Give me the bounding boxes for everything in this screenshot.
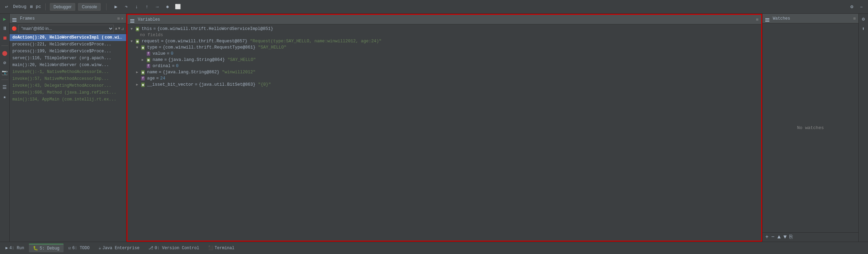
thread-filter-icon[interactable]: ⊿ xyxy=(121,27,124,31)
console-tab[interactable]: Console xyxy=(78,3,101,11)
frames-panel: Frames ⊞ ✕ 🔴 "main"@850 in... ▲ ▼ ⊿ doAc… xyxy=(10,14,126,242)
tab-version-control[interactable]: ⎇ 0: Version Control xyxy=(144,244,203,252)
frame-item[interactable]: invoke():57, NativeMethodAccessorImp... xyxy=(10,75,126,82)
favorites-ctrl[interactable]: ★ xyxy=(1,93,9,100)
todo-tab-icon: ☑ xyxy=(68,245,71,251)
var-icon-value: f xyxy=(145,51,152,56)
debugger-tab[interactable]: Debugger xyxy=(50,3,76,11)
no-watches-label: No watches xyxy=(797,125,824,130)
frame-item[interactable]: process():199, HelloWordService$Proce... xyxy=(10,48,126,55)
var-icon-age: f xyxy=(140,76,146,81)
toggle-isset[interactable]: ► xyxy=(134,83,140,87)
debug-controls: ▶ ⏸ ⏹ ⬤ ⊘ 📷 ☰ ★ xyxy=(0,14,10,242)
settings-icon[interactable]: ⚙ xyxy=(848,3,856,11)
watches-up-btn[interactable]: ▲ xyxy=(777,234,781,240)
variables-title: Variables xyxy=(138,17,160,22)
thread-icon: 🔴 xyxy=(12,26,17,31)
evaluate-icon[interactable]: ✱ xyxy=(164,3,171,11)
frames-header: Frames ⊞ ✕ xyxy=(10,14,126,23)
minimize-icon[interactable]: – xyxy=(858,3,865,11)
right-icon-1[interactable]: ⚙ xyxy=(860,15,867,23)
resume-icon[interactable]: ▶ xyxy=(112,3,120,11)
window-title: Debug xyxy=(13,4,26,9)
var-row-age[interactable]: f age = 24 xyxy=(127,75,761,82)
frame-item[interactable]: main():134, AppMain (com.intellij.rt.ex.… xyxy=(10,96,126,103)
frame-item[interactable]: serve():116, TSimpleServer (org.apach... xyxy=(10,55,126,62)
var-icon-name-sayhello: ▦ xyxy=(145,57,152,62)
var-row-name-winwill[interactable]: ► ▦ name = {java.lang.String@862} "winwi… xyxy=(127,69,761,75)
watches-copy-btn[interactable]: ⎘ xyxy=(789,234,793,240)
watches-down-btn[interactable]: ▼ xyxy=(783,234,787,240)
variables-header: Variables ⊞ xyxy=(127,15,761,24)
stop-ctrl[interactable]: ⏹ xyxy=(1,34,9,42)
step-into-icon[interactable]: ↓ xyxy=(133,3,140,11)
tab-java-enterprise[interactable]: ☕ Java Enterprise xyxy=(94,244,144,252)
frame-item[interactable]: process():221, HelloWordService$Proce... xyxy=(10,41,126,48)
right-sidebar: ⚙ ⬆ xyxy=(858,14,868,242)
toggle-value xyxy=(140,52,145,56)
watches-panel: Watches ⊞ No watches + − ▲ ▼ ⎘ xyxy=(762,14,858,242)
frame-item[interactable]: invoke0():-1, NativeMethodAccessorIm... xyxy=(10,68,126,75)
var-icon-this: ▦ xyxy=(134,27,141,31)
var-row-this[interactable]: ▼ ▦ this = {com.winwill.thrift.HelloWord… xyxy=(127,26,761,32)
watches-body: No watches xyxy=(763,23,858,232)
toggle-type[interactable]: ▼ xyxy=(134,46,140,50)
frames-title: Frames xyxy=(20,16,35,21)
tab-todo[interactable]: ☑ 6: TODO xyxy=(64,244,94,252)
toggle-age xyxy=(134,77,140,81)
thread-up-icon[interactable]: ▲ xyxy=(115,27,118,31)
frames-icon[interactable]: ⬜ xyxy=(174,3,181,11)
var-icon-type: ▦ xyxy=(140,45,146,50)
toggle-this[interactable]: ▼ xyxy=(129,27,134,31)
debug-tab-label: 5: Debug xyxy=(40,246,59,251)
pause-ctrl[interactable]: ⏸ xyxy=(1,25,9,32)
frames-pin-icon[interactable]: ⊞ xyxy=(118,16,120,21)
right-icon-2[interactable]: ⬆ xyxy=(860,25,867,32)
var-row-nofields: no fields xyxy=(127,32,761,38)
step-over-icon[interactable]: ↷ xyxy=(122,3,130,11)
frame-item[interactable]: invoke():43, DelegatingMethodAccessor... xyxy=(10,82,126,89)
resume-ctrl[interactable]: ▶ xyxy=(1,15,9,23)
frames-icon xyxy=(12,15,18,22)
variables-panel: Variables ⊞ ▼ ▦ this = {com.winwill.thri… xyxy=(126,14,762,242)
tab-debug[interactable]: 🐛 5: Debug xyxy=(29,244,64,252)
settings-ctrl[interactable]: ☰ xyxy=(1,83,9,91)
mute-ctrl[interactable]: ⊘ xyxy=(1,59,9,66)
variables-actions: ⊞ xyxy=(756,17,758,22)
watches-icon xyxy=(765,15,771,22)
java-enterprise-icon: ☕ xyxy=(99,245,101,251)
thread-down-icon[interactable]: ▼ xyxy=(118,27,120,31)
watches-footer: + − ▲ ▼ ⎘ xyxy=(763,232,858,242)
screenshot-ctrl[interactable]: 📷 xyxy=(1,68,9,76)
toggle-name-winwill[interactable]: ► xyxy=(134,71,140,74)
frames-close-icon[interactable]: ✕ xyxy=(121,16,123,21)
var-row-type[interactable]: ▼ ▦ type = {com.winwill.thrift.RequestTy… xyxy=(127,44,761,51)
var-icon-isset: ▦ xyxy=(140,82,146,87)
todo-tab-label: 6: TODO xyxy=(72,246,89,251)
var-row-value[interactable]: f value = 0 xyxy=(127,51,761,57)
frame-item[interactable]: doAction():20, HelloWordServiceImpl (com… xyxy=(10,34,126,41)
terminal-icon: ⬛ xyxy=(208,245,213,251)
toggle-request[interactable]: ▼ xyxy=(129,40,134,43)
variables-pin-icon[interactable]: ⊞ xyxy=(756,17,758,22)
tab-terminal[interactable]: ⬛ Terminal xyxy=(204,244,239,252)
watches-remove-btn[interactable]: − xyxy=(771,234,775,240)
run-to-cursor-icon[interactable]: → xyxy=(153,3,161,11)
thread-dropdown[interactable]: "main"@850 in... xyxy=(18,25,114,32)
breakpoints-ctrl[interactable]: ⬤ xyxy=(1,49,9,57)
back-icon[interactable]: ↩ xyxy=(3,3,10,11)
watches-title: Watches xyxy=(773,16,790,21)
var-row-request[interactable]: ▼ ▦ request = {com.winwill.thrift.Reques… xyxy=(127,38,761,44)
frame-item[interactable]: invoke():606, Method (java.lang.reflect.… xyxy=(10,89,126,96)
var-row-isset[interactable]: ► ▦ __isset_bit_vector = {java.util.BitS… xyxy=(127,82,761,88)
step-out-icon[interactable]: ↑ xyxy=(143,3,151,11)
var-row-name-sayhello[interactable]: ► ▦ name = {java.lang.String@864} "SAY_H… xyxy=(127,57,761,63)
tab-run[interactable]: ▶ 4: Run xyxy=(1,244,28,252)
vc-icon: ⎇ xyxy=(148,245,153,251)
watches-expand-icon[interactable]: ⊞ xyxy=(853,16,856,21)
settings-area: ⚙ – xyxy=(848,3,865,11)
watches-add-btn[interactable]: + xyxy=(765,234,769,240)
var-row-ordinal[interactable]: f ordinal = 0 xyxy=(127,63,761,69)
toggle-name-sayhello[interactable]: ► xyxy=(140,58,145,62)
frame-item[interactable]: main():20, HelloWordServer (com.winw... xyxy=(10,62,126,68)
